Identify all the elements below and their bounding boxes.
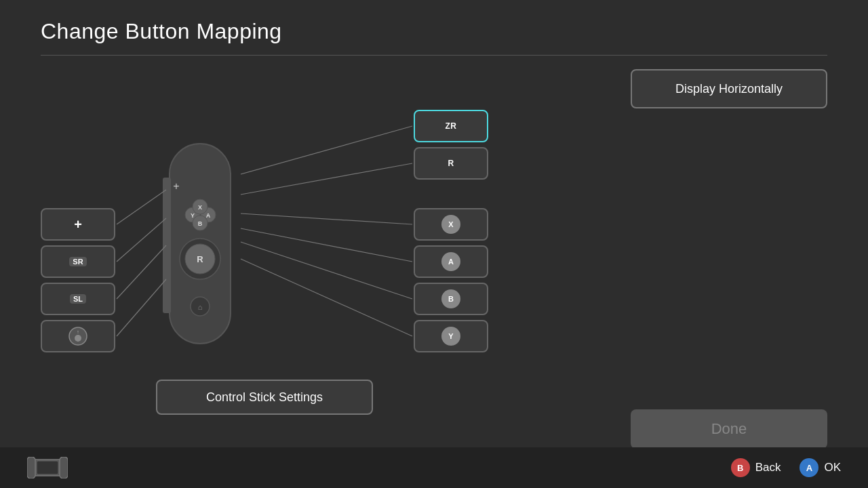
a-circle: A: [441, 252, 460, 271]
svg-text:B: B: [198, 220, 203, 227]
svg-line-16: [117, 190, 166, 224]
back-nav-item: B Back: [731, 458, 781, 477]
sl-label: SL: [70, 294, 86, 304]
svg-text:↑: ↑: [77, 329, 79, 334]
svg-rect-1: [163, 178, 171, 313]
y-circle: Y: [441, 327, 460, 346]
nav-buttons: B Back A OK: [731, 458, 841, 477]
svg-line-20: [241, 126, 412, 174]
button-zr[interactable]: ZR: [414, 110, 488, 142]
svg-text:X: X: [198, 204, 202, 211]
button-rstick[interactable]: ↑: [41, 320, 115, 352]
back-label: Back: [755, 461, 781, 474]
x-circle: X: [441, 215, 460, 234]
bottom-bar: B Back A OK: [0, 447, 868, 488]
rstick-icon: ↑: [68, 327, 87, 346]
svg-line-23: [241, 228, 412, 262]
svg-text:A: A: [206, 212, 211, 219]
svg-text:⌂: ⌂: [198, 303, 203, 311]
svg-line-22: [241, 214, 412, 224]
button-sr[interactable]: SR: [41, 245, 115, 278]
done-button: Done: [631, 409, 827, 449]
svg-line-18: [117, 245, 166, 299]
svg-text:R: R: [197, 254, 203, 264]
display-horizontally-button[interactable]: Display Horizontally: [631, 69, 827, 108]
svg-line-19: [117, 279, 166, 336]
svg-rect-31: [60, 457, 68, 479]
zr-label: ZR: [446, 121, 457, 131]
svg-text:Y: Y: [191, 212, 195, 219]
b-button-icon: B: [731, 458, 750, 477]
plus-icon: +: [74, 217, 82, 232]
control-stick-settings-button[interactable]: Control Stick Settings: [156, 380, 373, 415]
sr-label: SR: [69, 257, 86, 266]
svg-line-21: [241, 163, 412, 195]
svg-text:+: +: [173, 180, 179, 192]
console-icon: [27, 457, 68, 479]
page-title: Change Button Mapping: [0, 0, 868, 55]
controller-section: R ⌂ A Y X B +: [41, 69, 488, 422]
button-b[interactable]: B: [414, 283, 488, 315]
button-sl[interactable]: SL: [41, 283, 115, 315]
svg-line-17: [117, 218, 166, 262]
svg-rect-32: [37, 461, 58, 474]
button-r[interactable]: R: [414, 147, 488, 180]
svg-point-28: [75, 335, 81, 342]
b-circle: B: [441, 289, 460, 308]
a-button-icon: A: [800, 458, 818, 477]
button-plus[interactable]: +: [41, 208, 115, 241]
button-a[interactable]: A: [414, 245, 488, 278]
button-y[interactable]: Y: [414, 320, 488, 352]
ok-nav-item: A OK: [800, 458, 841, 477]
svg-rect-30: [27, 457, 35, 479]
right-panel: Display Horizontally Done: [488, 69, 827, 449]
ok-label: OK: [824, 461, 841, 474]
r-label: R: [448, 159, 454, 168]
button-x[interactable]: X: [414, 208, 488, 241]
